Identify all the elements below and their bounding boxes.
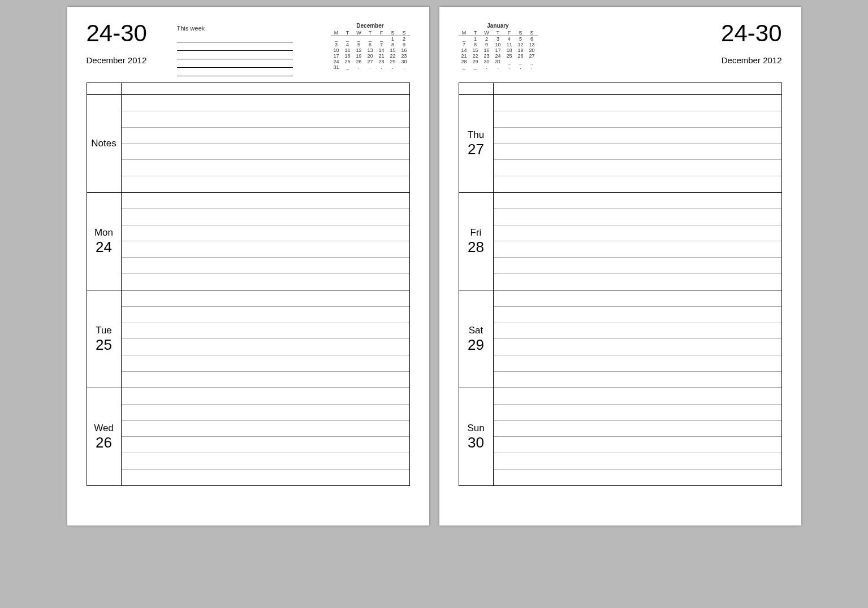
- day-block: Thu27: [459, 95, 781, 193]
- entry-line[interactable]: [122, 209, 409, 225]
- entry-line[interactable]: [122, 470, 409, 485]
- entry-line[interactable]: [122, 355, 409, 372]
- entry-line[interactable]: [494, 95, 781, 111]
- day-number: 30: [468, 434, 484, 451]
- mini-calendar-cell: 25: [342, 59, 353, 64]
- entry-lines[interactable]: [122, 290, 409, 388]
- entry-line[interactable]: [494, 225, 781, 242]
- entry-line[interactable]: [122, 453, 409, 470]
- entry-line[interactable]: [122, 193, 409, 209]
- entry-line[interactable]: [122, 274, 409, 290]
- entry-line[interactable]: [122, 405, 409, 421]
- entry-line[interactable]: [494, 274, 781, 290]
- entry-line[interactable]: [494, 388, 781, 405]
- entry-line[interactable]: [494, 355, 781, 372]
- entry-line[interactable]: [122, 225, 409, 242]
- entry-line[interactable]: [494, 339, 781, 355]
- this-week-line[interactable]: [177, 51, 293, 59]
- this-week-line[interactable]: [177, 42, 293, 51]
- day-block: Sat29: [459, 290, 781, 388]
- entry-line[interactable]: [494, 128, 781, 144]
- day-block: Notes: [87, 95, 409, 193]
- mini-calendar-cell: 8: [470, 42, 481, 47]
- entry-line[interactable]: [122, 128, 409, 144]
- entry-line[interactable]: [122, 241, 409, 258]
- mini-calendar-cell: 27: [526, 53, 538, 59]
- entry-line[interactable]: [494, 470, 781, 485]
- mini-calendar-cell: 9: [399, 42, 410, 47]
- day-grid-left: NotesMon24Tue25Wed26: [87, 82, 410, 486]
- entry-lines[interactable]: [122, 95, 409, 192]
- mini-calendar-cell: 24: [493, 53, 504, 59]
- entry-line[interactable]: [122, 176, 409, 192]
- mini-calendar-cell: 26: [515, 53, 526, 59]
- entry-lines[interactable]: [494, 388, 781, 485]
- entry-line[interactable]: [494, 241, 781, 258]
- entry-line[interactable]: [122, 388, 409, 405]
- entry-line[interactable]: [494, 209, 781, 225]
- entry-line[interactable]: [494, 372, 781, 388]
- this-week-label: This week: [177, 25, 293, 32]
- mini-calendar-dow: T: [342, 30, 353, 36]
- entry-line[interactable]: [122, 437, 409, 453]
- entry-lines[interactable]: [122, 193, 409, 290]
- entry-line[interactable]: [122, 323, 409, 340]
- mini-calendar-cell: 5: [515, 36, 526, 42]
- entry-line[interactable]: [122, 339, 409, 355]
- page-header-right: 24-30 December 2012 JanuaryMTWTFSS_12345…: [459, 21, 782, 78]
- day-block: Tue25: [87, 290, 409, 388]
- entry-line[interactable]: [494, 193, 781, 209]
- mini-calendar-cell: 19: [353, 53, 365, 59]
- mini-calendar-cell: 20: [365, 53, 376, 59]
- mini-calendar-cell: 14: [459, 47, 470, 53]
- entry-line[interactable]: [494, 405, 781, 421]
- this-week-line[interactable]: [177, 68, 293, 76]
- mini-calendar-cell: _: [342, 64, 353, 70]
- entry-line[interactable]: [122, 307, 409, 323]
- mini-calendar-cell: 21: [376, 53, 387, 59]
- entry-line[interactable]: [122, 95, 409, 111]
- day-label: Sat29: [459, 290, 494, 388]
- mini-calendar-cell: 6: [365, 42, 376, 47]
- this-week-line[interactable]: [177, 59, 293, 68]
- entry-line[interactable]: [494, 290, 781, 307]
- mini-calendar-dow: W: [353, 30, 365, 36]
- entry-lines[interactable]: [494, 193, 781, 290]
- day-label: Notes: [87, 95, 122, 192]
- mini-calendar-cell: .: [399, 64, 410, 70]
- entry-line[interactable]: [122, 160, 409, 176]
- entry-line[interactable]: [494, 160, 781, 176]
- day-name: Tue: [96, 325, 112, 336]
- entry-lines[interactable]: [494, 290, 781, 388]
- mini-calendar-cell: 15: [470, 47, 481, 53]
- entry-line[interactable]: [122, 290, 409, 307]
- entry-line[interactable]: [494, 323, 781, 340]
- entry-line[interactable]: [494, 307, 781, 323]
- entry-line[interactable]: [494, 421, 781, 437]
- this-week-box: This week: [177, 25, 293, 76]
- mini-calendar-cell: 15: [387, 47, 399, 53]
- entry-lines[interactable]: [494, 95, 781, 192]
- entry-line[interactable]: [122, 421, 409, 437]
- entry-line[interactable]: [122, 258, 409, 274]
- entry-line[interactable]: [494, 144, 781, 160]
- mini-calendar-title: December: [331, 23, 410, 29]
- entry-line[interactable]: [122, 111, 409, 128]
- mini-calendar-cell: 29: [387, 59, 399, 64]
- mini-calendar-cell: _: [515, 59, 526, 64]
- mini-calendar-cell: 16: [399, 47, 410, 53]
- mini-calendar-cell: 5: [353, 42, 365, 47]
- entry-line[interactable]: [122, 144, 409, 160]
- entry-line[interactable]: [494, 437, 781, 453]
- mini-calendar-dow: W: [481, 30, 493, 36]
- entry-line[interactable]: [122, 372, 409, 388]
- day-number: 27: [468, 141, 484, 158]
- day-block: Fri28: [459, 193, 781, 290]
- entry-line[interactable]: [494, 258, 781, 274]
- entry-lines[interactable]: [122, 388, 409, 485]
- this-week-line[interactable]: [177, 34, 293, 42]
- entry-line[interactable]: [494, 176, 781, 192]
- mini-calendar-cell: 8: [387, 42, 399, 47]
- entry-line[interactable]: [494, 453, 781, 470]
- entry-line[interactable]: [494, 111, 781, 128]
